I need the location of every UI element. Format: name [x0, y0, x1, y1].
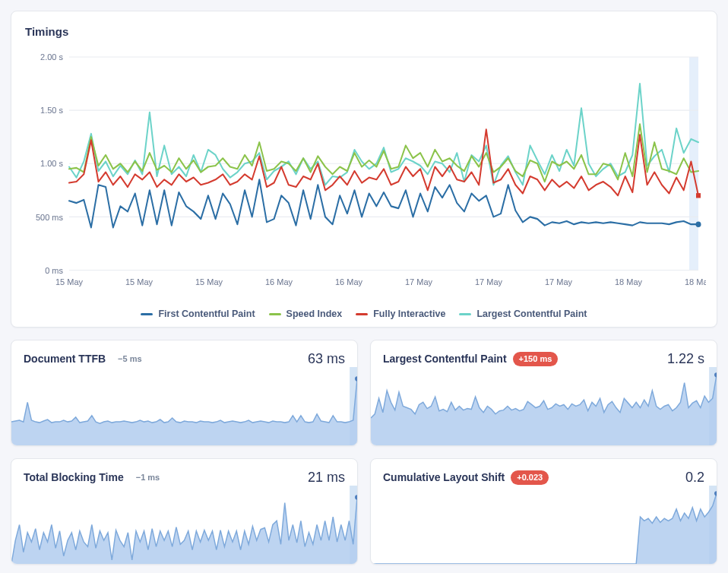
svg-text:17 May: 17 May	[545, 277, 572, 286]
svg-text:0 ms: 0 ms	[45, 265, 63, 274]
spark-title: Largest Contentful Paint	[383, 353, 507, 365]
spark-card-cls[interactable]: Cumulative Layout Shift +0.023 0.2	[370, 458, 717, 565]
swatch-icon	[459, 313, 471, 315]
timings-title: Timings	[25, 25, 706, 38]
spark-title: Cumulative Layout Shift	[383, 471, 505, 483]
delta-badge: −1 ms	[130, 470, 166, 484]
spark-title: Document TTFB	[24, 353, 106, 365]
spark-value: 63 ms	[308, 351, 345, 367]
svg-text:15 May: 15 May	[195, 277, 223, 286]
svg-text:500 ms: 500 ms	[36, 212, 63, 221]
spark-header: Document TTFB −5 ms 63 ms	[11, 340, 357, 367]
spark-title: Total Blocking Time	[24, 471, 124, 483]
timings-legend: First Contentful Paint Speed Index Fully…	[22, 309, 706, 319]
svg-text:15 May: 15 May	[55, 277, 83, 286]
legend-label: First Contentful Paint	[158, 309, 255, 319]
swatch-icon	[356, 313, 368, 315]
legend-item-lcp[interactable]: Largest Contentful Paint	[459, 309, 587, 319]
spark-card-ttfb[interactable]: Document TTFB −5 ms 63 ms	[11, 340, 358, 446]
sparkline-tbt	[11, 486, 357, 564]
legend-item-si[interactable]: Speed Index	[269, 309, 343, 319]
svg-text:17 May: 17 May	[475, 277, 502, 286]
sparkline-lcp	[371, 367, 717, 445]
delta-badge: +150 ms	[513, 352, 559, 366]
svg-text:2.00 s: 2.00 s	[40, 52, 63, 62]
legend-label: Speed Index	[286, 309, 343, 319]
spark-value: 0.2	[685, 470, 704, 486]
swatch-icon	[269, 313, 281, 315]
svg-rect-22	[696, 193, 701, 198]
svg-text:16 May: 16 May	[335, 277, 362, 286]
spark-header: Cumulative Layout Shift +0.023 0.2	[371, 459, 717, 486]
spark-card-tbt[interactable]: Total Blocking Time −1 ms 21 ms	[11, 458, 358, 565]
spark-header: Total Blocking Time −1 ms 21 ms	[11, 459, 357, 486]
svg-text:15 May: 15 May	[125, 277, 153, 286]
spark-value: 1.22 s	[667, 351, 704, 367]
delta-badge: −5 ms	[112, 352, 148, 366]
spark-card-lcp[interactable]: Largest Contentful Paint +150 ms 1.22 s	[370, 340, 717, 446]
timings-chart-card: Timings 0 ms500 ms1.00 s1.50 s2.00 s15 M…	[11, 11, 717, 328]
delta-badge: +0.023	[511, 470, 549, 484]
spark-header: Largest Contentful Paint +150 ms 1.22 s	[371, 340, 717, 367]
timings-chart[interactable]: 0 ms500 ms1.00 s1.50 s2.00 s15 May15 May…	[22, 44, 706, 302]
spark-value: 21 ms	[308, 470, 345, 486]
legend-label: Largest Contentful Paint	[476, 309, 587, 319]
legend-item-fi[interactable]: Fully Interactive	[356, 309, 445, 319]
svg-text:1.00 s: 1.00 s	[40, 159, 63, 168]
spark-grid: Document TTFB −5 ms 63 ms Largest Conten…	[11, 340, 717, 565]
svg-text:18 May: 18 May	[615, 277, 642, 286]
svg-point-21	[696, 221, 701, 226]
legend-item-fcp[interactable]: First Contentful Paint	[141, 309, 255, 319]
sparkline-cls	[371, 486, 717, 564]
legend-label: Fully Interactive	[373, 309, 445, 319]
swatch-icon	[141, 313, 153, 315]
svg-text:1.50 s: 1.50 s	[40, 106, 63, 115]
svg-text:18 May: 18 May	[685, 277, 706, 286]
svg-text:17 May: 17 May	[405, 277, 432, 286]
sparkline-ttfb	[11, 367, 357, 445]
svg-text:16 May: 16 May	[265, 277, 293, 286]
